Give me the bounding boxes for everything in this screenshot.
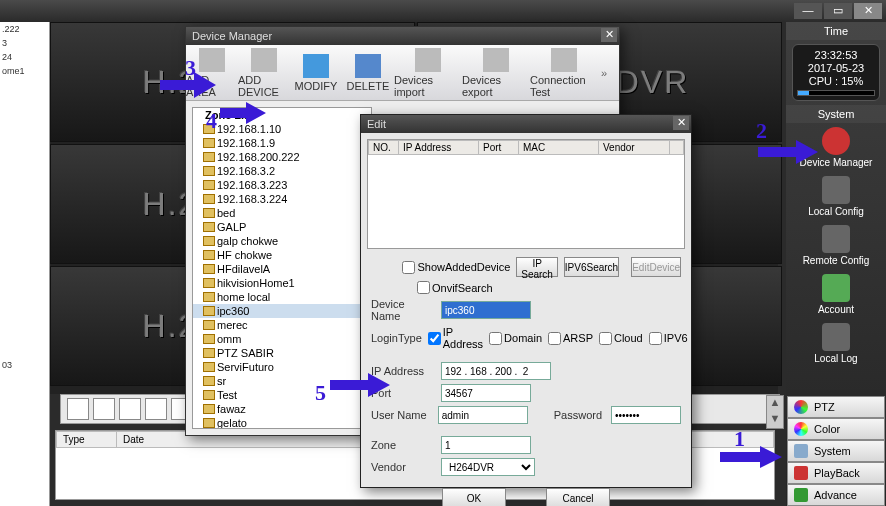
import-button[interactable]: Devices import bbox=[394, 45, 462, 100]
layout-9-button[interactable] bbox=[119, 398, 141, 420]
tree-root[interactable]: Zone List bbox=[193, 108, 371, 122]
left-item[interactable]: 03 bbox=[0, 358, 49, 372]
test-icon bbox=[551, 48, 577, 72]
toolbar-overflow-icon[interactable]: » bbox=[598, 45, 610, 100]
username-label: User Name bbox=[371, 409, 432, 421]
tree-node[interactable]: gelato bbox=[193, 416, 371, 429]
account-button[interactable]: Account bbox=[786, 270, 886, 319]
device-tree[interactable]: Zone List 192.168.1.10192.168.1.9192.168… bbox=[192, 107, 372, 429]
col-port[interactable]: Port bbox=[479, 141, 519, 155]
ip-address-input[interactable] bbox=[441, 362, 551, 380]
tree-node[interactable]: sr bbox=[193, 374, 371, 388]
tree-node[interactable]: 192.168.3.224 bbox=[193, 192, 371, 206]
log-col-type[interactable]: Type bbox=[57, 432, 117, 448]
tree-node[interactable]: HF chokwe bbox=[193, 248, 371, 262]
layout-16-button[interactable] bbox=[145, 398, 167, 420]
add-area-button[interactable]: ADD AREA bbox=[186, 45, 238, 100]
ptz-icon bbox=[794, 400, 808, 414]
tree-node[interactable]: home local bbox=[193, 290, 371, 304]
tree-node[interactable]: Test bbox=[193, 388, 371, 402]
show-added-checkbox[interactable] bbox=[402, 261, 415, 274]
export-button[interactable]: Devices export bbox=[462, 45, 530, 100]
device-name-input[interactable] bbox=[441, 301, 531, 319]
vendor-label: Vendor bbox=[371, 461, 435, 473]
local-log-button[interactable]: Local Log bbox=[786, 319, 886, 368]
zone-input[interactable] bbox=[441, 436, 531, 454]
export-icon bbox=[483, 48, 509, 72]
close-icon[interactable]: ✕ bbox=[673, 116, 689, 130]
local-config-button[interactable]: Local Config bbox=[786, 172, 886, 221]
tree-node[interactable]: HFdilavelA bbox=[193, 262, 371, 276]
tree-node[interactable]: 192.168.1.10 bbox=[193, 122, 371, 136]
cancel-button[interactable]: Cancel bbox=[546, 488, 610, 506]
left-item[interactable]: .222 bbox=[0, 22, 49, 36]
window-max-button[interactable]: ▭ bbox=[824, 3, 852, 19]
tree-node[interactable]: 192.168.3.223 bbox=[193, 178, 371, 192]
onvif-search-checkbox[interactable] bbox=[417, 281, 430, 294]
delete-button[interactable]: DELETE bbox=[342, 45, 394, 100]
tree-node[interactable]: 192.168.3.2 bbox=[193, 164, 371, 178]
modify-button[interactable]: MODIFY bbox=[290, 45, 342, 100]
cpu-usage: CPU : 15% bbox=[797, 75, 875, 88]
col-mac[interactable]: MAC bbox=[519, 141, 599, 155]
tab-color[interactable]: Color bbox=[787, 418, 885, 440]
tab-ptz[interactable]: PTZ bbox=[787, 396, 885, 418]
dm-toolbar: ADD AREA ADD DEVICE MODIFY DELETE Device… bbox=[186, 45, 619, 101]
tab-playback[interactable]: PlayBack bbox=[787, 462, 885, 484]
record-icon bbox=[822, 127, 850, 155]
tree-node[interactable]: bed bbox=[193, 206, 371, 220]
left-item[interactable]: 24 bbox=[0, 50, 49, 64]
ip-search-button[interactable]: IP Search bbox=[516, 257, 557, 277]
close-icon[interactable]: ✕ bbox=[601, 28, 617, 42]
vendor-select[interactable]: H264DVR bbox=[441, 458, 535, 476]
tree-node[interactable]: hikvisionHome1 bbox=[193, 276, 371, 290]
scroll-up-icon[interactable]: ▲ bbox=[767, 396, 783, 412]
tree-node[interactable]: 192.168.200.222 bbox=[193, 150, 371, 164]
zone-label: Zone bbox=[371, 439, 435, 451]
login-ipv6-checkbox[interactable] bbox=[649, 332, 662, 345]
clock-box: 23:32:53 2017-05-23 CPU : 15% bbox=[792, 44, 880, 101]
tree-node[interactable]: omm bbox=[193, 332, 371, 346]
remote-config-button[interactable]: Remote Config bbox=[786, 221, 886, 270]
clock-date: 2017-05-23 bbox=[797, 62, 875, 75]
password-input[interactable] bbox=[611, 406, 681, 424]
col-ip[interactable]: IP Address bbox=[399, 141, 479, 155]
left-item[interactable]: 3 bbox=[0, 36, 49, 50]
clock-time: 23:32:53 bbox=[797, 49, 875, 62]
tab-system[interactable]: System bbox=[787, 440, 885, 462]
login-cloud-checkbox[interactable] bbox=[599, 332, 612, 345]
ok-button[interactable]: OK bbox=[442, 488, 506, 506]
app-titlebar: — ▭ ✕ bbox=[0, 0, 886, 22]
tree-node[interactable]: 192.168.1.9 bbox=[193, 136, 371, 150]
tree-node[interactable]: GALP bbox=[193, 220, 371, 234]
add-device-button[interactable]: ADD DEVICE bbox=[238, 45, 290, 100]
tree-node[interactable]: PTZ SABIR bbox=[193, 346, 371, 360]
col-no[interactable]: NO. bbox=[369, 141, 399, 155]
tree-node[interactable]: ipc360 bbox=[193, 304, 371, 318]
tree-node[interactable]: merec bbox=[193, 318, 371, 332]
ipv6-search-button[interactable]: IPV6Search bbox=[564, 257, 619, 277]
tab-scroll: ▲ ▼ bbox=[766, 395, 784, 429]
edit-device-button[interactable]: EditDevice bbox=[631, 257, 681, 277]
time-title: Time bbox=[786, 22, 886, 40]
login-ip-checkbox[interactable] bbox=[428, 332, 441, 345]
tree-node[interactable]: ServiFuturo bbox=[193, 360, 371, 374]
login-domain-checkbox[interactable] bbox=[489, 332, 502, 345]
username-input[interactable] bbox=[438, 406, 528, 424]
add-device-icon bbox=[251, 48, 277, 72]
window-close-button[interactable]: ✕ bbox=[854, 3, 882, 19]
left-item[interactable]: ome1 bbox=[0, 64, 49, 78]
layout-4-button[interactable] bbox=[93, 398, 115, 420]
port-input[interactable] bbox=[441, 384, 531, 402]
tree-node[interactable]: fawaz bbox=[193, 402, 371, 416]
col-vendor[interactable]: Vendor bbox=[599, 141, 670, 155]
tab-advance[interactable]: Advance bbox=[787, 484, 885, 506]
login-arsp-checkbox[interactable] bbox=[548, 332, 561, 345]
device-manager-button[interactable]: Device Manager bbox=[786, 123, 886, 172]
tree-node[interactable]: galp chokwe bbox=[193, 234, 371, 248]
window-min-button[interactable]: — bbox=[794, 3, 822, 19]
scroll-down-icon[interactable]: ▼ bbox=[767, 412, 783, 428]
ip-label: IP Address bbox=[371, 365, 435, 377]
connection-test-button[interactable]: Connection Test bbox=[530, 45, 598, 100]
layout-1-button[interactable] bbox=[67, 398, 89, 420]
